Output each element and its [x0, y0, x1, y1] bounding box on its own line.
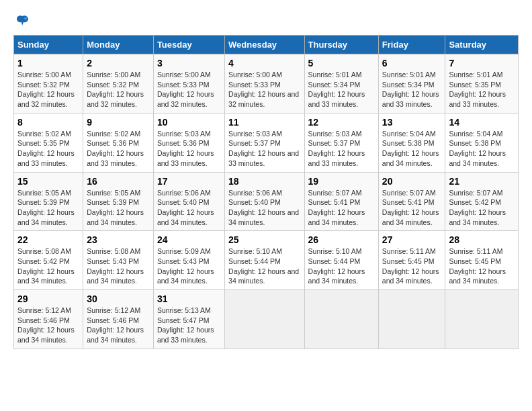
day-info: Sunrise: 5:04 AMSunset: 5:38 PMDaylight:…	[382, 130, 439, 167]
day-info: Sunrise: 5:02 AMSunset: 5:35 PMDaylight:…	[17, 130, 75, 167]
day-info: Sunrise: 5:08 AMSunset: 5:43 PMDaylight:…	[87, 247, 144, 285]
day-info: Sunrise: 5:00 AMSunset: 5:32 PMDaylight:…	[17, 71, 75, 108]
day-info: Sunrise: 5:08 AMSunset: 5:42 PMDaylight:…	[17, 247, 75, 285]
day-info: Sunrise: 5:00 AMSunset: 5:33 PMDaylight:…	[228, 71, 299, 108]
day-number: 25	[228, 234, 300, 245]
day-number: 1	[17, 58, 79, 68]
calendar-cell: 27 Sunrise: 5:11 AMSunset: 5:45 PMDaylig…	[378, 231, 445, 290]
calendar-cell: 23 Sunrise: 5:08 AMSunset: 5:43 PMDaylig…	[83, 231, 154, 290]
day-number: 26	[308, 234, 375, 245]
calendar-cell: 14 Sunrise: 5:04 AMSunset: 5:38 PMDaylig…	[445, 113, 519, 172]
day-number: 5	[308, 58, 375, 68]
calendar-header-row: SundayMondayTuesdayWednesdayThursdayFrid…	[14, 36, 519, 54]
day-number: 20	[382, 176, 442, 187]
calendar-cell: 20 Sunrise: 5:07 AMSunset: 5:41 PMDaylig…	[378, 172, 445, 231]
calendar-cell: 17 Sunrise: 5:06 AMSunset: 5:40 PMDaylig…	[153, 172, 224, 231]
day-number: 6	[382, 58, 442, 68]
day-info: Sunrise: 5:13 AMSunset: 5:47 PMDaylight:…	[157, 306, 214, 344]
day-number: 12	[308, 117, 375, 128]
day-number: 4	[228, 58, 300, 68]
day-number: 22	[17, 234, 79, 245]
calendar-cell: 13 Sunrise: 5:04 AMSunset: 5:38 PMDaylig…	[378, 113, 445, 172]
calendar-cell: 6 Sunrise: 5:01 AMSunset: 5:34 PMDayligh…	[378, 54, 445, 113]
day-number: 19	[308, 176, 375, 187]
calendar-cell: 24 Sunrise: 5:09 AMSunset: 5:43 PMDaylig…	[153, 231, 224, 290]
header-monday: Monday	[83, 36, 154, 54]
header-sunday: Sunday	[14, 36, 83, 54]
calendar-cell: 10 Sunrise: 5:03 AMSunset: 5:36 PMDaylig…	[153, 113, 224, 172]
day-number: 27	[382, 234, 442, 245]
calendar-cell	[304, 290, 378, 349]
calendar-cell: 2 Sunrise: 5:00 AMSunset: 5:32 PMDayligh…	[83, 54, 154, 113]
calendar-cell: 5 Sunrise: 5:01 AMSunset: 5:34 PMDayligh…	[304, 54, 378, 113]
day-number: 29	[17, 293, 79, 304]
calendar-cell: 21 Sunrise: 5:07 AMSunset: 5:42 PMDaylig…	[445, 172, 519, 231]
day-info: Sunrise: 5:04 AMSunset: 5:38 PMDaylight:…	[449, 130, 506, 167]
calendar-cell: 18 Sunrise: 5:06 AMSunset: 5:40 PMDaylig…	[225, 172, 304, 231]
day-info: Sunrise: 5:01 AMSunset: 5:34 PMDaylight:…	[308, 71, 365, 108]
calendar-cell: 8 Sunrise: 5:02 AMSunset: 5:35 PMDayligh…	[14, 113, 83, 172]
day-info: Sunrise: 5:12 AMSunset: 5:46 PMDaylight:…	[87, 306, 144, 344]
calendar-cell: 28 Sunrise: 5:11 AMSunset: 5:45 PMDaylig…	[445, 231, 519, 290]
calendar-cell: 9 Sunrise: 5:02 AMSunset: 5:36 PMDayligh…	[83, 113, 154, 172]
day-number: 2	[87, 58, 150, 68]
header-saturday: Saturday	[445, 36, 519, 54]
day-info: Sunrise: 5:10 AMSunset: 5:44 PMDaylight:…	[228, 247, 299, 285]
calendar-cell: 7 Sunrise: 5:01 AMSunset: 5:35 PMDayligh…	[445, 54, 519, 113]
calendar-cell: 1 Sunrise: 5:00 AMSunset: 5:32 PMDayligh…	[14, 54, 83, 113]
day-info: Sunrise: 5:03 AMSunset: 5:37 PMDaylight:…	[308, 130, 365, 167]
calendar-cell: 22 Sunrise: 5:08 AMSunset: 5:42 PMDaylig…	[14, 231, 83, 290]
day-number: 24	[157, 234, 221, 245]
calendar-cell: 30 Sunrise: 5:12 AMSunset: 5:46 PMDaylig…	[83, 290, 154, 349]
page-header	[13, 13, 519, 28]
day-info: Sunrise: 5:06 AMSunset: 5:40 PMDaylight:…	[157, 189, 214, 226]
day-number: 21	[449, 176, 515, 187]
calendar-cell: 25 Sunrise: 5:10 AMSunset: 5:44 PMDaylig…	[225, 231, 304, 290]
calendar-cell: 29 Sunrise: 5:12 AMSunset: 5:46 PMDaylig…	[14, 290, 83, 349]
day-info: Sunrise: 5:07 AMSunset: 5:42 PMDaylight:…	[449, 189, 506, 226]
day-number: 3	[157, 58, 221, 68]
day-info: Sunrise: 5:00 AMSunset: 5:32 PMDaylight:…	[87, 71, 144, 108]
day-number: 7	[449, 58, 515, 68]
day-info: Sunrise: 5:00 AMSunset: 5:33 PMDaylight:…	[157, 71, 214, 108]
day-number: 8	[17, 117, 79, 128]
day-info: Sunrise: 5:01 AMSunset: 5:34 PMDaylight:…	[382, 71, 439, 108]
day-info: Sunrise: 5:05 AMSunset: 5:39 PMDaylight:…	[17, 189, 75, 226]
day-number: 13	[382, 117, 442, 128]
calendar-week-4: 22 Sunrise: 5:08 AMSunset: 5:42 PMDaylig…	[14, 231, 519, 290]
calendar-cell: 11 Sunrise: 5:03 AMSunset: 5:37 PMDaylig…	[225, 113, 304, 172]
day-info: Sunrise: 5:09 AMSunset: 5:43 PMDaylight:…	[157, 247, 214, 285]
calendar-week-5: 29 Sunrise: 5:12 AMSunset: 5:46 PMDaylig…	[14, 290, 519, 349]
header-wednesday: Wednesday	[225, 36, 304, 54]
day-info: Sunrise: 5:06 AMSunset: 5:40 PMDaylight:…	[228, 189, 299, 226]
day-number: 28	[449, 234, 515, 245]
day-number: 10	[157, 117, 221, 128]
calendar-cell	[445, 290, 519, 349]
calendar-cell: 4 Sunrise: 5:00 AMSunset: 5:33 PMDayligh…	[225, 54, 304, 113]
day-number: 11	[228, 117, 300, 128]
logo	[13, 13, 30, 28]
calendar-cell: 16 Sunrise: 5:05 AMSunset: 5:39 PMDaylig…	[83, 172, 154, 231]
day-info: Sunrise: 5:12 AMSunset: 5:46 PMDaylight:…	[17, 306, 75, 344]
day-number: 9	[87, 117, 150, 128]
day-number: 18	[228, 176, 300, 187]
calendar-cell: 19 Sunrise: 5:07 AMSunset: 5:41 PMDaylig…	[304, 172, 378, 231]
day-info: Sunrise: 5:02 AMSunset: 5:36 PMDaylight:…	[87, 130, 144, 167]
day-number: 17	[157, 176, 221, 187]
day-info: Sunrise: 5:03 AMSunset: 5:37 PMDaylight:…	[228, 130, 299, 167]
day-number: 23	[87, 234, 150, 245]
calendar-cell	[225, 290, 304, 349]
calendar-cell: 3 Sunrise: 5:00 AMSunset: 5:33 PMDayligh…	[153, 54, 224, 113]
day-info: Sunrise: 5:03 AMSunset: 5:36 PMDaylight:…	[157, 130, 214, 167]
day-number: 31	[157, 293, 221, 304]
day-info: Sunrise: 5:10 AMSunset: 5:44 PMDaylight:…	[308, 247, 365, 285]
calendar-cell	[378, 290, 445, 349]
calendar-table: SundayMondayTuesdayWednesdayThursdayFrid…	[13, 35, 519, 349]
day-number: 30	[87, 293, 150, 304]
day-number: 14	[449, 117, 515, 128]
day-info: Sunrise: 5:07 AMSunset: 5:41 PMDaylight:…	[382, 189, 439, 226]
header-friday: Friday	[378, 36, 445, 54]
day-info: Sunrise: 5:07 AMSunset: 5:41 PMDaylight:…	[308, 189, 365, 226]
calendar-cell: 26 Sunrise: 5:10 AMSunset: 5:44 PMDaylig…	[304, 231, 378, 290]
calendar-week-2: 8 Sunrise: 5:02 AMSunset: 5:35 PMDayligh…	[14, 113, 519, 172]
